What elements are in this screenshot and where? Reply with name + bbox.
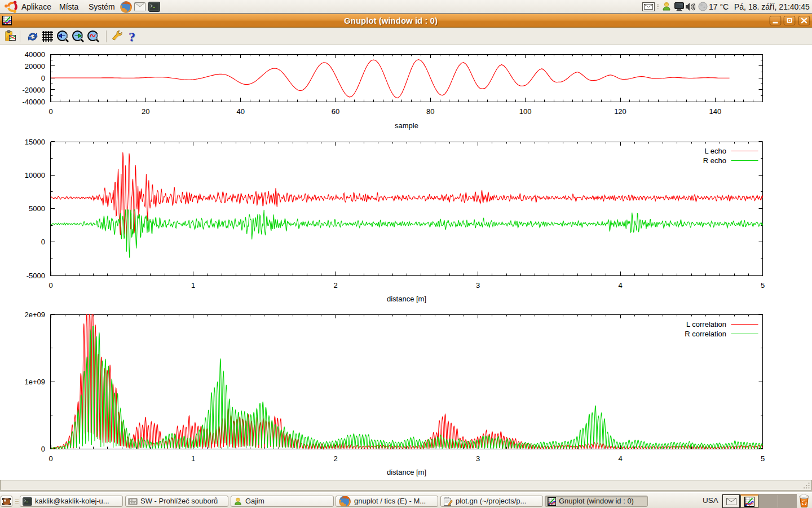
svg-text:3: 3 [476,281,480,290]
svg-text:40: 40 [236,107,244,116]
svg-text:20: 20 [142,107,149,116]
svg-text:sample: sample [395,121,418,130]
svg-text:R correlation: R correlation [685,330,726,338]
svg-text:60: 60 [332,107,339,116]
svg-text:100: 100 [519,107,532,116]
svg-text:distance [m]: distance [m] [387,295,426,303]
svg-text:R echo: R echo [703,156,726,165]
svg-text:-20000: -20000 [23,86,45,94]
svg-text:L correlation: L correlation [686,320,726,329]
svg-text:0: 0 [41,74,45,82]
svg-text:1: 1 [191,281,195,290]
svg-text:0: 0 [48,454,52,463]
svg-text:10000: 10000 [25,171,45,179]
svg-text:4: 4 [618,281,622,290]
svg-text:2: 2 [333,281,337,290]
svg-text:5: 5 [761,281,765,290]
svg-text:120: 120 [614,107,626,116]
svg-text:-40000: -40000 [23,98,45,106]
svg-text:-5000: -5000 [27,271,45,280]
svg-text:2e+09: 2e+09 [24,310,45,319]
svg-text:2: 2 [333,454,337,463]
svg-text:0: 0 [48,107,52,116]
svg-text:5000: 5000 [29,204,45,213]
svg-text:15000: 15000 [25,138,45,146]
svg-text:L echo: L echo [704,147,726,155]
svg-text:80: 80 [426,107,434,116]
svg-text:distance [m]: distance [m] [387,468,426,476]
svg-text:1: 1 [191,454,195,463]
svg-text:0: 0 [41,238,45,246]
svg-text:3: 3 [476,454,480,463]
svg-text:5: 5 [761,454,765,463]
svg-text:0: 0 [41,445,45,453]
svg-text:1e+09: 1e+09 [24,378,45,386]
svg-text:0: 0 [48,281,52,290]
svg-text:40000: 40000 [25,50,45,59]
svg-text:20000: 20000 [25,62,45,71]
svg-text:140: 140 [709,107,721,116]
svg-text:4: 4 [618,454,622,463]
